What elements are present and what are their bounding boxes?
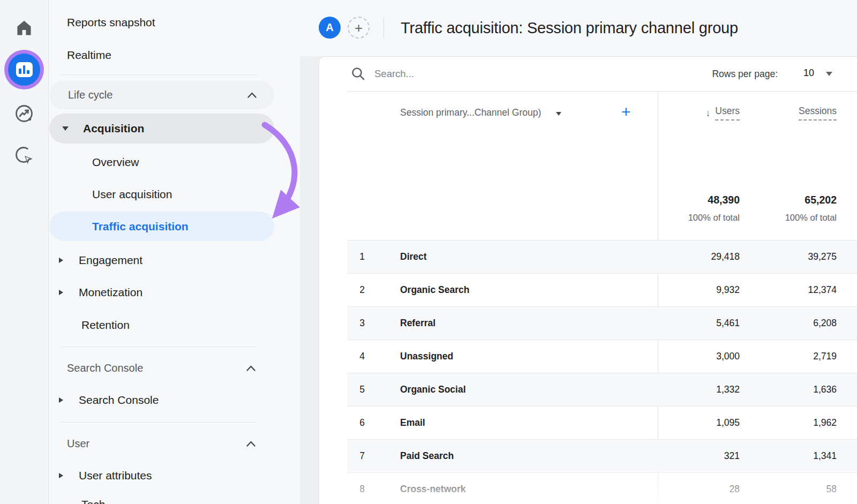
chevron-up-icon xyxy=(246,440,256,447)
sidebar-group-engagement[interactable]: Engagement xyxy=(59,254,142,267)
table-row: 4 Unassigned 3,000 2,719 xyxy=(347,340,857,373)
reports-sidebar: Reports snapshot Realtime Life cycle Acq… xyxy=(48,0,273,504)
explore-icon-glyph xyxy=(13,102,35,125)
header-divider xyxy=(384,18,384,38)
triangle-right-icon xyxy=(59,397,63,403)
row-sessions: 6,208 xyxy=(746,318,843,329)
home-icon-glyph xyxy=(14,18,34,37)
row-sessions: 1,962 xyxy=(746,417,843,428)
rows-per-page-select[interactable]: 10 xyxy=(803,67,832,79)
column-header-label: Users xyxy=(715,106,740,121)
avatar-letter: A xyxy=(326,21,333,34)
sidebar-item-overview[interactable]: Overview xyxy=(92,156,139,169)
reports-icon[interactable] xyxy=(0,50,48,89)
group-label: Search Console xyxy=(79,394,159,407)
purple-highlight-ring xyxy=(4,50,44,89)
sidebar-group-user-attributes[interactable]: User attributes xyxy=(59,469,152,482)
sidebar-group-monetization[interactable]: Monetization xyxy=(59,286,142,299)
section-label: Life cycle xyxy=(68,89,112,101)
sidebar-item-reports-snapshot[interactable]: Reports snapshot xyxy=(67,16,155,29)
row-rank: 4 xyxy=(347,351,377,362)
sidebar-section-user[interactable]: User xyxy=(48,430,273,457)
sidebar-item-tech-partial[interactable]: Tech xyxy=(81,498,105,504)
dimension-header-label: Session primary...Channel Group) xyxy=(400,107,541,118)
sidebar-divider xyxy=(61,422,257,423)
row-channel: Direct xyxy=(377,251,658,262)
app-rail xyxy=(0,0,49,504)
group-label: Engagement xyxy=(79,254,142,267)
table-row: 1 Direct 29,418 39,275 xyxy=(347,240,857,274)
row-rank: 3 xyxy=(347,318,377,329)
triangle-down-icon xyxy=(62,126,69,131)
row-channel: Organic Social xyxy=(377,384,658,395)
plus-icon: + xyxy=(355,21,363,35)
sidebar-section-search-console[interactable]: Search Console xyxy=(48,354,273,382)
rows-per-page-value: 10 xyxy=(803,67,814,79)
table-row: 6 Email 1,095 1,962 xyxy=(347,407,857,440)
sidebar-section-life-cycle[interactable]: Life cycle xyxy=(49,81,274,109)
row-sessions: 39,275 xyxy=(746,251,843,262)
add-comparison-button[interactable]: + xyxy=(348,17,370,39)
row-channel: Paid Search xyxy=(377,450,658,462)
table-row: 5 Organic Social 1,332 1,636 xyxy=(347,373,857,407)
add-column-button[interactable]: + xyxy=(621,103,631,121)
sidebar-item-traffic-acquisition-selected[interactable]: Traffic acquisition xyxy=(49,212,274,241)
row-users: 1,332 xyxy=(658,384,746,395)
sidebar-group-acquisition[interactable]: Acquisition xyxy=(49,114,274,144)
triangle-right-icon xyxy=(59,473,63,478)
row-sessions: 1,341 xyxy=(746,450,843,462)
toolbar-divider xyxy=(347,91,857,92)
sidebar-item-retention[interactable]: Retention xyxy=(81,319,130,332)
row-users: 1,095 xyxy=(658,417,746,428)
table-row: 2 Organic Search 9,932 12,374 xyxy=(347,274,857,307)
table-row: 3 Referral 5,461 6,208 xyxy=(347,307,857,340)
row-users: 5,461 xyxy=(658,318,746,329)
row-rank: 6 xyxy=(347,417,377,428)
dimension-header-dropdown[interactable]: Session primary...Channel Group) xyxy=(400,107,561,118)
advertising-icon-glyph xyxy=(13,144,35,167)
row-users: 29,418 xyxy=(658,251,746,262)
explore-icon[interactable] xyxy=(0,102,48,125)
sidebar-item-user-acquisition[interactable]: User acquisition xyxy=(92,188,172,201)
group-label: Acquisition xyxy=(83,122,144,135)
row-rank: 5 xyxy=(347,384,377,395)
users-total: 48,390 xyxy=(658,194,740,206)
advertising-icon[interactable] xyxy=(0,144,48,167)
chevron-down-icon xyxy=(826,72,832,76)
search-icon xyxy=(351,66,366,81)
avatar[interactable]: A xyxy=(319,17,341,39)
sidebar-group-search-console[interactable]: Search Console xyxy=(59,394,159,407)
column-header-sessions[interactable]: Sessions xyxy=(746,106,843,121)
rows-per-page-label: Rows per page: xyxy=(712,69,778,80)
row-sessions: 2,719 xyxy=(746,351,843,362)
home-icon[interactable] xyxy=(0,16,48,40)
selected-item-label: Traffic acquisition xyxy=(92,220,189,233)
group-label: User attributes xyxy=(79,469,152,482)
sessions-total: 65,202 xyxy=(746,194,837,206)
section-label: Search Console xyxy=(67,362,143,374)
chevron-up-icon xyxy=(247,92,257,99)
triangle-right-icon xyxy=(59,258,63,263)
chevron-up-icon xyxy=(246,365,256,372)
row-users: 321 xyxy=(658,450,746,462)
row-channel: Referral xyxy=(377,318,658,329)
triangle-right-icon xyxy=(59,290,63,295)
row-channel: Organic Search xyxy=(377,284,658,296)
row-rank: 1 xyxy=(347,251,377,262)
column-header-label: Sessions xyxy=(799,106,837,121)
search-input[interactable] xyxy=(373,67,600,80)
row-channel: Email xyxy=(377,417,658,428)
sessions-total-note: 100% of total xyxy=(746,213,837,223)
column-header-users[interactable]: ↓ Users xyxy=(658,106,746,121)
row-sessions: 12,374 xyxy=(746,284,843,296)
row-users: 9,932 xyxy=(658,284,746,296)
row-rank: 2 xyxy=(347,284,377,296)
group-label: Monetization xyxy=(79,286,142,299)
reports-icon-active-bg xyxy=(8,54,40,86)
bar-chart-icon xyxy=(16,62,33,77)
row-sessions: 1,636 xyxy=(746,384,843,395)
page-title: Traffic acquisition: Session primary cha… xyxy=(401,19,738,37)
sidebar-item-realtime[interactable]: Realtime xyxy=(67,49,111,62)
chevron-down-icon xyxy=(556,112,561,116)
sidebar-divider xyxy=(61,347,257,347)
